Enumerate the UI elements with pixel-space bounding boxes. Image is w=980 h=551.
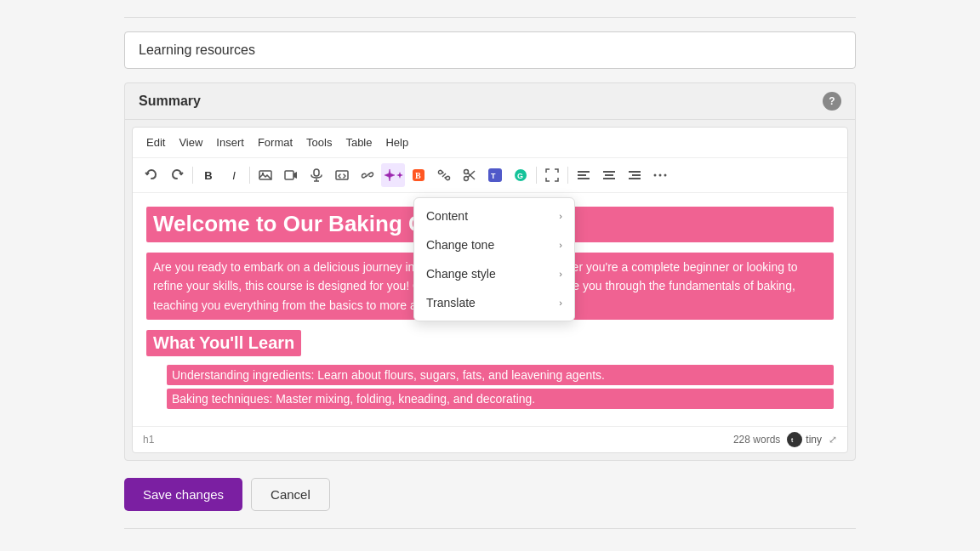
menu-view[interactable]: View (172, 133, 209, 152)
svg-rect-22 (603, 171, 615, 173)
dropdown-content-label: Content (426, 209, 468, 223)
svg-rect-2 (285, 171, 293, 179)
editor-statusbar: h1 228 words t tiny ⤢ (133, 426, 847, 452)
summary-header: Summary ? (125, 83, 855, 120)
toolbar-divider-4 (567, 167, 568, 184)
dropdown-translate-item[interactable]: Translate › (414, 288, 574, 317)
svg-rect-24 (603, 178, 615, 179)
svg-rect-19 (578, 171, 590, 173)
menu-tools[interactable]: Tools (299, 133, 339, 152)
word-count: 228 words (733, 434, 780, 446)
toolbar-divider-2 (249, 167, 250, 184)
change-tone-chevron-icon: › (559, 240, 562, 250)
italic-button[interactable]: I (222, 163, 246, 187)
teams-button[interactable]: T (483, 163, 507, 187)
content-chevron-icon: › (559, 211, 562, 221)
tiny-icon: t (787, 432, 802, 447)
align-center-button[interactable] (597, 163, 621, 187)
svg-point-11 (464, 177, 469, 181)
summary-title: Summary (139, 94, 201, 109)
ai-button[interactable] (381, 163, 405, 187)
svg-point-28 (654, 174, 657, 177)
change-tone-label: Change tone (426, 238, 494, 252)
summary-card: Summary ? Edit View Insert Format Tools … (124, 82, 856, 461)
toolbar: B I (133, 158, 847, 193)
toolbar-divider-3 (536, 167, 537, 184)
svg-point-30 (664, 174, 667, 177)
image-button[interactable] (254, 163, 277, 187)
edit-button[interactable] (458, 163, 481, 187)
menu-insert[interactable]: Insert (209, 133, 251, 152)
bottom-divider (124, 528, 856, 529)
translate-label: Translate (426, 296, 476, 310)
page-title: Learning resources (139, 43, 255, 57)
dropdown-change-style-item[interactable]: Change style › (414, 259, 574, 288)
svg-rect-3 (314, 169, 319, 176)
content-list: Understanding ingredients: Learn about f… (146, 365, 834, 409)
content-subheading: What You'll Learn (146, 330, 301, 356)
svg-point-29 (659, 174, 662, 177)
svg-text:G: G (517, 172, 523, 180)
link-button[interactable] (356, 163, 379, 187)
undo-button[interactable] (140, 163, 163, 187)
editor-container: Edit View Insert Format Tools Table Help… (132, 127, 848, 453)
status-tag: h1 (143, 434, 154, 446)
svg-text:B: B (415, 171, 421, 180)
more-options-button[interactable] (648, 163, 672, 187)
list-item: Baking techniques: Master mixing, foldin… (167, 389, 834, 409)
svg-rect-27 (629, 178, 641, 179)
svg-rect-23 (605, 174, 613, 176)
align-left-button[interactable] (572, 163, 595, 187)
grammarly-button[interactable]: G (509, 163, 533, 187)
svg-rect-6 (336, 171, 348, 179)
menu-bar: Edit View Insert Format Tools Table Help (133, 128, 847, 158)
fullscreen-button[interactable] (540, 163, 564, 187)
svg-line-10 (442, 173, 446, 177)
embed-button[interactable] (330, 163, 354, 187)
svg-text:T: T (491, 172, 496, 180)
hyperlink-button[interactable] (432, 163, 456, 187)
menu-help[interactable]: Help (379, 133, 415, 152)
dropdown-change-tone-item[interactable]: Change tone › (414, 230, 574, 259)
toolbar-divider-1 (192, 167, 193, 184)
bold-button[interactable]: B (197, 163, 220, 187)
action-bar: Save changes Cancel (124, 478, 856, 511)
save-button[interactable]: Save changes (124, 478, 242, 511)
video-button[interactable] (279, 163, 303, 187)
menu-edit[interactable]: Edit (140, 133, 172, 152)
dropdown-content-item[interactable]: Content › (414, 202, 574, 230)
svg-rect-25 (629, 171, 641, 173)
expand-icon[interactable]: ⤢ (829, 434, 837, 446)
list-item: Understanding ingredients: Learn about f… (167, 365, 834, 385)
translate-chevron-icon: › (559, 298, 562, 308)
menu-table[interactable]: Table (339, 133, 379, 152)
help-icon[interactable]: ? (823, 92, 841, 111)
title-input-wrapper: Learning resources (124, 31, 856, 69)
menu-format[interactable]: Format (251, 133, 299, 152)
ai-dropdown-menu: Content › Change tone › Change style › T… (413, 197, 575, 321)
blogger-button[interactable]: B (407, 163, 430, 187)
cancel-button[interactable]: Cancel (251, 478, 330, 511)
change-style-label: Change style (426, 267, 496, 281)
change-style-chevron-icon: › (559, 269, 562, 279)
tiny-logo: t tiny (787, 432, 822, 447)
svg-point-12 (464, 170, 469, 174)
align-right-button[interactable] (623, 163, 647, 187)
redo-button[interactable] (165, 163, 189, 187)
svg-rect-20 (578, 174, 586, 176)
svg-rect-21 (578, 178, 590, 179)
svg-rect-26 (632, 174, 641, 176)
mic-button[interactable] (305, 163, 328, 187)
top-divider (124, 17, 856, 18)
status-right: 228 words t tiny ⤢ (733, 432, 837, 447)
